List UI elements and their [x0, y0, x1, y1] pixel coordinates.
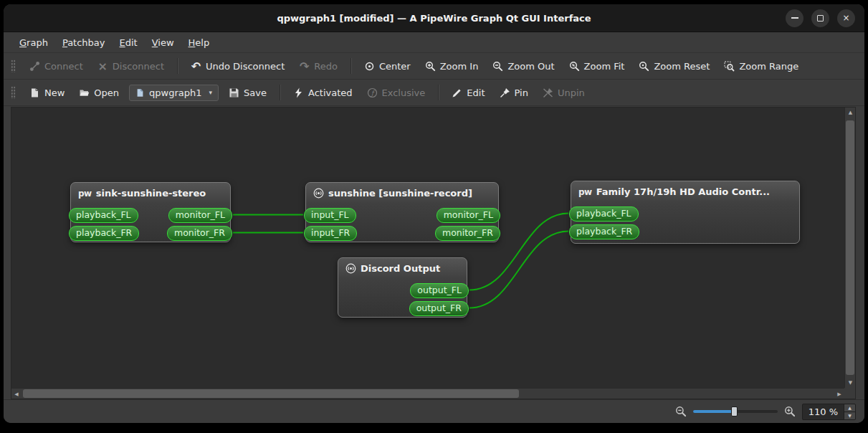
edit-button[interactable]: Edit	[445, 84, 491, 102]
menu-graph[interactable]: Graph	[12, 34, 55, 51]
node-sunshine-record[interactable]: sunshine [sunshine-record] input_FL inpu…	[305, 182, 499, 242]
scroll-up-button[interactable]: ▲	[845, 108, 856, 118]
zoom-slider-handle[interactable]	[731, 406, 738, 417]
vertical-scroll-track[interactable]	[846, 118, 854, 378]
zoom-fit-icon	[569, 61, 580, 72]
port-playback-fl[interactable]: playback_FL	[569, 206, 639, 222]
connect-button[interactable]: Connect	[23, 57, 90, 75]
connection-output-fr-to-playback-fr[interactable]	[469, 232, 568, 308]
scroll-right-button[interactable]: ▶	[834, 389, 844, 399]
undo-icon: ↶	[191, 62, 201, 71]
combo-dropdown-icon: ▾	[209, 89, 213, 96]
port-playback-fr[interactable]: playback_FR	[569, 224, 639, 239]
input-ports: playback_FL playback_FR	[569, 206, 639, 239]
pipewire-icon: pw	[78, 189, 92, 199]
zoom-fit-button[interactable]: Zoom Fit	[563, 57, 631, 75]
new-button[interactable]: New	[23, 84, 71, 102]
edit-label: Edit	[467, 87, 485, 98]
vertical-scroll-thumb[interactable]	[846, 120, 854, 376]
open-button[interactable]: Open	[72, 84, 125, 102]
output-ports: output_FL output_FR	[409, 283, 469, 316]
input-ports: input_FL input_FR	[304, 208, 357, 241]
zoom-out-label: Zoom Out	[507, 61, 554, 72]
zoom-in-indicator-icon	[784, 406, 796, 417]
menu-help[interactable]: Help	[181, 34, 217, 51]
scroll-down-button[interactable]: ▼	[845, 378, 856, 388]
patchbay-toolbar: New Open qpwgraph1 ▾ Save	[4, 80, 864, 106]
node-family-hd-audio-controller[interactable]: pw Family 17h/19h HD Audio Contr... play…	[571, 181, 800, 244]
redo-button[interactable]: ↷ Redo	[292, 57, 344, 75]
zoom-in-label: Zoom In	[440, 61, 479, 72]
close-button[interactable]: ×	[837, 9, 855, 27]
minimize-button[interactable]	[786, 9, 803, 27]
minimize-icon	[791, 17, 798, 19]
node-title: sink-sunshine-stereo	[96, 188, 206, 199]
activated-button[interactable]: Activated	[287, 84, 359, 102]
pin-button[interactable]: Pin	[493, 84, 535, 102]
exclusive-label: Exclusive	[382, 87, 426, 98]
exclusive-icon: ƒ	[367, 87, 378, 98]
output-ports: monitor_FL monitor_FR	[435, 208, 500, 241]
svg-text:ƒ: ƒ	[369, 89, 375, 96]
port-playback-fr[interactable]: playback_FR	[69, 226, 139, 241]
save-button[interactable]: Save	[222, 84, 273, 102]
horizontal-scroll-thumb[interactable]	[23, 389, 519, 398]
audio-app-icon	[345, 263, 356, 274]
port-input-fr[interactable]: input_FR	[304, 226, 357, 241]
horizontal-scrollbar[interactable]: ◀ ▶	[11, 388, 844, 399]
graph-toolbar: Connect × Disconnect ↶ Undo Disconnect ↷…	[4, 53, 864, 80]
zoom-reset-button[interactable]: Zoom Reset	[632, 57, 716, 75]
output-ports: monitor_FL monitor_FR	[167, 208, 232, 241]
port-output-fl[interactable]: output_FL	[410, 283, 469, 298]
center-label: Center	[379, 61, 411, 72]
connect-label: Connect	[44, 61, 83, 72]
graph-canvas[interactable]: pw sink-sunshine-stereo playback_FL play…	[11, 108, 844, 388]
center-button[interactable]: Center	[358, 57, 417, 75]
exclusive-button[interactable]: ƒ Exclusive	[361, 84, 432, 102]
node-header: sunshine [sunshine-record]	[306, 183, 498, 199]
node-discord-output[interactable]: Discord Output output_FL output_FR	[338, 257, 467, 318]
toolbar-drag-handle[interactable]	[11, 86, 16, 99]
zoom-slider[interactable]	[693, 406, 778, 417]
port-input-fl[interactable]: input_FL	[304, 208, 356, 223]
zoom-spinbox[interactable]: 110 % ▲ ▼	[802, 404, 856, 420]
menu-view[interactable]: View	[145, 34, 181, 51]
window-controls: ×	[786, 9, 864, 27]
zoom-value: 110 %	[803, 404, 844, 419]
disconnect-button[interactable]: × Disconnect	[91, 57, 171, 75]
node-title: sunshine [sunshine-record]	[328, 188, 472, 199]
port-output-fr[interactable]: output_FR	[409, 301, 469, 316]
status-bar: 110 % ▲ ▼	[4, 399, 864, 423]
menu-edit[interactable]: Edit	[113, 34, 145, 51]
open-folder-icon	[79, 87, 90, 98]
port-monitor-fl[interactable]: monitor_FL	[168, 208, 232, 223]
zoom-spin-up-button[interactable]: ▲	[844, 404, 855, 411]
horizontal-scroll-track[interactable]	[22, 389, 834, 398]
edit-pencil-icon	[452, 87, 462, 98]
zoom-range-button[interactable]: Zoom Range	[717, 57, 805, 75]
unpin-button[interactable]: Unpin	[536, 84, 591, 102]
zoom-range-label: Zoom Range	[739, 61, 798, 72]
port-monitor-fr[interactable]: monitor_FR	[435, 226, 500, 241]
menu-patchbay[interactable]: Patchbay	[55, 34, 113, 51]
port-playback-fl[interactable]: playback_FL	[69, 208, 138, 223]
zoom-out-button[interactable]: Zoom Out	[486, 57, 561, 75]
scroll-left-button[interactable]: ◀	[11, 389, 22, 399]
menu-bar: Graph Patchbay Edit View Help	[4, 32, 864, 53]
zoom-spin-down-button[interactable]: ▼	[844, 411, 855, 419]
node-sink-sunshine-stereo[interactable]: pw sink-sunshine-stereo playback_FL play…	[70, 182, 231, 242]
disconnect-label: Disconnect	[113, 61, 164, 72]
zoom-in-button[interactable]: Zoom In	[419, 57, 485, 75]
port-monitor-fr[interactable]: monitor_FR	[167, 226, 232, 241]
disconnect-icon: ×	[97, 62, 108, 71]
activated-bolt-icon	[293, 87, 304, 98]
port-monitor-fl[interactable]: monitor_FL	[437, 208, 500, 223]
patchbay-profile-combobox[interactable]: qpwgraph1 ▾	[129, 85, 219, 101]
maximize-button[interactable]	[811, 9, 829, 27]
center-icon	[364, 61, 375, 72]
vertical-scrollbar[interactable]: ▲ ▼	[844, 108, 855, 388]
title-bar[interactable]: qpwgraph1 [modified] — A PipeWire Graph …	[4, 4, 864, 32]
toolbar-drag-handle[interactable]	[11, 60, 16, 72]
undo-disconnect-button[interactable]: ↶ Undo Disconnect	[184, 57, 291, 75]
node-header: pw sink-sunshine-stereo	[71, 183, 230, 199]
